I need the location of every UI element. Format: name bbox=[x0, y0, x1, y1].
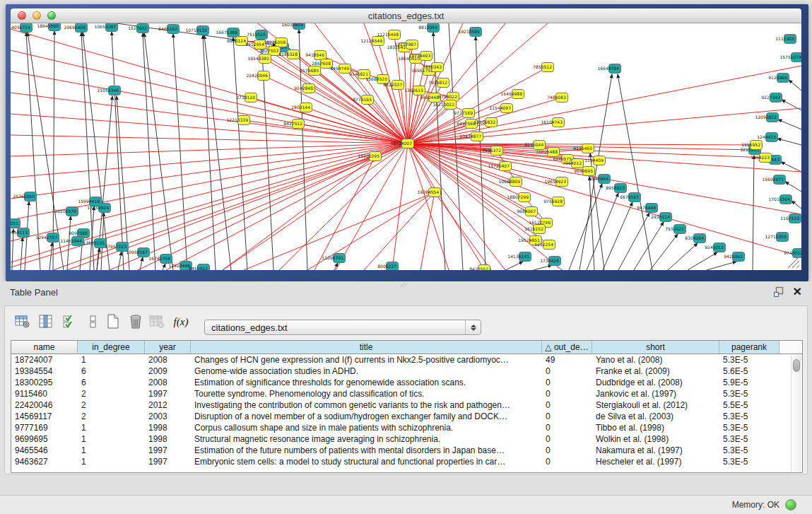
table-cell[interactable]: 2008 bbox=[145, 377, 191, 388]
table-cell[interactable]: 2003 bbox=[145, 411, 191, 422]
vertical-scrollbar[interactable] bbox=[791, 355, 801, 472]
row-height-icon[interactable] bbox=[84, 313, 102, 331]
table-cell[interactable]: 5.3E-5 bbox=[719, 388, 779, 399]
table-cell[interactable]: Hescheler et al. (1997) bbox=[592, 456, 719, 467]
table-cell[interactable]: Genome-wide association studies in ADHD. bbox=[191, 366, 542, 377]
table-row[interactable]: 911546021997Tourette syndrome. Phenomeno… bbox=[11, 388, 802, 399]
table-cell[interactable]: 9463627 bbox=[11, 456, 78, 467]
table-cell[interactable]: Disruption of a novel member of a sodium… bbox=[191, 411, 542, 422]
table-cell[interactable]: 5.3E-5 bbox=[719, 411, 779, 422]
table-cell[interactable]: Estimation of significance thresholds fo… bbox=[191, 377, 542, 388]
table-cell[interactable]: 0 bbox=[542, 377, 592, 388]
table-row[interactable]: 946362711997Embryonic stem cells: a mode… bbox=[11, 456, 802, 467]
table-cell[interactable]: 1998 bbox=[145, 433, 191, 445]
column-header-year[interactable]: year bbox=[145, 341, 191, 354]
node-attribute-table[interactable]: namein_degreeyeartitle△ out_de…shortpage… bbox=[11, 340, 803, 473]
import-table-icon[interactable] bbox=[148, 313, 166, 331]
table-row[interactable]: 946554611997Estimation of the future num… bbox=[11, 445, 802, 456]
table-cell[interactable]: 5.3E-5 bbox=[719, 354, 779, 366]
table-cell[interactable]: 18300295 bbox=[11, 377, 78, 388]
table-cell[interactable]: 1 bbox=[78, 445, 145, 456]
table-cell[interactable]: 2009 bbox=[145, 366, 191, 377]
close-panel-icon[interactable]: ✕ bbox=[793, 286, 802, 298]
table-cell[interactable]: 9777169 bbox=[11, 422, 78, 433]
column-header-short[interactable]: short bbox=[592, 341, 719, 354]
table-cell[interactable]: Franke et al. (2009) bbox=[592, 366, 719, 377]
table-cell[interactable]: 1997 bbox=[145, 456, 191, 467]
table-source-select[interactable]: citations_edges.txt bbox=[204, 320, 481, 335]
table-cell[interactable]: 0 bbox=[542, 388, 592, 399]
table-cell[interactable]: 0 bbox=[542, 411, 592, 422]
table-cell[interactable]: 6 bbox=[78, 377, 145, 388]
network-window-titlebar[interactable]: citations_edges.txt bbox=[11, 8, 801, 23]
table-cell[interactable]: 5.5E-5 bbox=[719, 399, 779, 411]
column-header-in_degree[interactable]: in_degree bbox=[78, 341, 145, 354]
table-cell[interactable]: 49 bbox=[542, 354, 592, 366]
table-cell[interactable]: Structural magnetic resonance image aver… bbox=[191, 433, 542, 445]
table-cell[interactable]: Yano et al. (2008) bbox=[592, 354, 719, 366]
table-cell[interactable]: 1998 bbox=[145, 422, 191, 433]
network-view-window[interactable]: citations_edges.txt 14055724189455902069… bbox=[6, 4, 808, 281]
table-cell[interactable]: 0 bbox=[542, 445, 592, 456]
table-cell[interactable]: 5.6E-5 bbox=[719, 366, 779, 377]
table-cell[interactable]: 1 bbox=[78, 433, 145, 445]
column-visibility-icon[interactable] bbox=[37, 313, 55, 331]
table-cell[interactable]: 2 bbox=[78, 411, 145, 422]
row-selection-icon[interactable] bbox=[60, 313, 78, 331]
table-cell[interactable]: 1997 bbox=[145, 445, 191, 456]
table-row[interactable]: 2242004622012Investigating the contribut… bbox=[11, 399, 802, 411]
table-cell[interactable]: 1 bbox=[78, 456, 145, 467]
table-row[interactable]: 1456911722003Disruption of a novel membe… bbox=[11, 411, 802, 422]
table-cell[interactable]: 5.3E-5 bbox=[719, 456, 779, 467]
table-cell[interactable]: Dudbridge et al. (2008) bbox=[592, 377, 719, 388]
scrollbar-thumb[interactable] bbox=[793, 359, 800, 372]
table-cell[interactable]: Tourette syndrome. Phenomenology and cla… bbox=[191, 388, 542, 399]
table-cell[interactable]: Wolkin et al. (1998) bbox=[592, 433, 719, 445]
table-cell[interactable]: 0 bbox=[542, 399, 592, 411]
table-cell[interactable]: 5.3E-5 bbox=[719, 445, 779, 456]
function-builder-icon[interactable]: f(x) bbox=[172, 313, 190, 331]
table-cell[interactable]: de Silva et al. (2003) bbox=[592, 411, 719, 422]
table-cell[interactable]: Jankovic et al. (1997) bbox=[592, 388, 719, 399]
splitter-grip-icon[interactable] bbox=[400, 282, 408, 288]
column-header-out_de[interactable]: △ out_de… bbox=[542, 341, 592, 354]
table-cell[interactable]: 0 bbox=[542, 433, 592, 445]
table-cell[interactable]: 9115460 bbox=[11, 388, 78, 399]
table-cell[interactable]: 18724007 bbox=[11, 354, 78, 366]
table-cell[interactable]: 5.3E-5 bbox=[719, 433, 779, 445]
table-cell[interactable]: Embryonic stem cells: a model to study s… bbox=[191, 456, 542, 467]
table-cell[interactable]: 2 bbox=[78, 388, 145, 399]
table-cell[interactable]: 1 bbox=[78, 354, 145, 366]
table-cell[interactable]: 0 bbox=[542, 366, 592, 377]
table-cell[interactable]: 22420046 bbox=[11, 399, 78, 411]
float-panel-icon[interactable] bbox=[773, 286, 784, 298]
table-cell[interactable]: 9465546 bbox=[11, 445, 78, 456]
table-cell[interactable]: Tibbo et al. (1998) bbox=[592, 422, 719, 433]
table-cell[interactable]: Nakamura et al. (1997) bbox=[592, 445, 719, 456]
resize-grip-icon[interactable] bbox=[788, 257, 799, 268]
table-cell[interactable]: Investigating the contribution of common… bbox=[191, 399, 542, 411]
table-cell[interactable]: 9699695 bbox=[11, 433, 78, 445]
table-cell[interactable]: 5.9E-5 bbox=[719, 377, 779, 388]
table-settings-icon[interactable] bbox=[13, 313, 32, 331]
network-canvas[interactable]: 1405572418945590206914061065328715276026… bbox=[11, 23, 801, 270]
delete-table-icon[interactable] bbox=[126, 313, 145, 331]
minimize-window-icon[interactable] bbox=[33, 11, 41, 20]
table-cell[interactable]: 6 bbox=[78, 366, 145, 377]
network-graph[interactable]: 1405572418945590206914061065328715276026… bbox=[11, 23, 801, 270]
table-cell[interactable]: Changes of HCN gene expression and I(f) … bbox=[191, 354, 542, 366]
zoom-window-icon[interactable] bbox=[47, 11, 56, 20]
table-cell[interactable]: 1997 bbox=[145, 388, 191, 399]
column-header-name[interactable]: name bbox=[11, 341, 78, 354]
table-cell[interactable]: Estimation of the future numbers of pati… bbox=[191, 445, 542, 456]
memory-status-led-icon[interactable] bbox=[785, 499, 796, 510]
table-cell[interactable]: 0 bbox=[542, 456, 592, 467]
new-table-icon[interactable] bbox=[104, 313, 122, 331]
table-cell[interactable]: 2 bbox=[78, 399, 145, 411]
table-cell[interactable]: 2008 bbox=[145, 354, 191, 366]
close-window-icon[interactable] bbox=[18, 11, 26, 20]
table-cell[interactable]: Stergiakouli et al. (2012) bbox=[592, 399, 719, 411]
table-row[interactable]: 977716911998Corpus callosum shape and si… bbox=[11, 422, 802, 433]
table-row[interactable]: 969969511998Structural magnetic resonanc… bbox=[11, 433, 802, 445]
table-row[interactable]: 1830029562008Estimation of significance … bbox=[11, 377, 802, 388]
